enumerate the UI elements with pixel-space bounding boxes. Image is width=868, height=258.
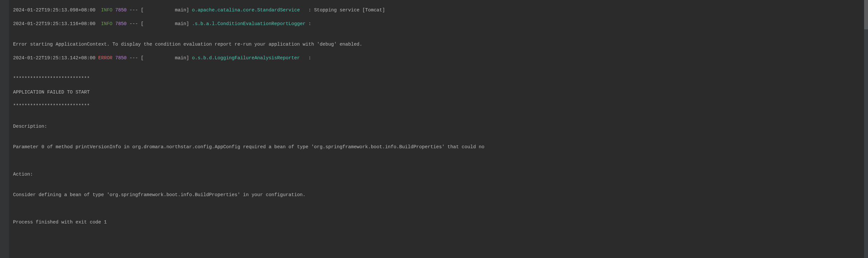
log-message: Stopping service [Tomcat] [311,7,385,13]
description-text: Parameter 0 of method printVersionInfo i… [13,144,864,150]
editor-gutter [0,0,9,258]
scrollbar-track[interactable] [864,0,868,258]
border-line: *************************** [13,75,864,82]
log-level-error: ERROR [98,56,113,61]
description-label: Description: [13,123,864,130]
timestamp: 2024-01-22T19:25:13.142+08:00 [13,56,95,61]
exit-code-text: Process finished with exit code 1 [13,219,864,226]
log-level-info: INFO [101,7,113,13]
action-text: Consider defining a bean of type 'org.sp… [13,191,864,198]
process-id: 7850 [115,56,127,61]
timestamp: 2024-01-22T19:25:13.116+08:00 [13,21,95,26]
logger-name: .s.b.a.l.ConditionEvaluationReportLogger [192,21,305,26]
log-level-info: INFO [101,21,113,26]
console-output[interactable]: 2024-01-22T19:25:13.098+08:00 INFO 7850 … [9,0,868,258]
log-line: 2024-01-22T19:25:13.142+08:00 ERROR 7850… [13,55,864,62]
error-context: Error starting ApplicationContext. To di… [13,41,864,48]
log-line: 2024-01-22T19:25:13.116+08:00 INFO 7850 … [13,21,864,27]
scrollbar-thumb[interactable] [864,0,868,29]
action-label: Action: [13,171,864,178]
logger-name: o.s.b.d.LoggingFailureAnalysisReporter [192,56,305,61]
border-line: *************************** [13,103,864,109]
logger-name: o.apache.catalina.core.StandardService [192,7,305,13]
failure-header: APPLICATION FAILED TO START [13,89,864,96]
log-line: 2024-01-22T19:25:13.098+08:00 INFO 7850 … [13,7,864,14]
process-id: 7850 [115,21,127,26]
process-id: 7850 [115,7,127,13]
timestamp: 2024-01-22T19:25:13.098+08:00 [13,7,95,13]
